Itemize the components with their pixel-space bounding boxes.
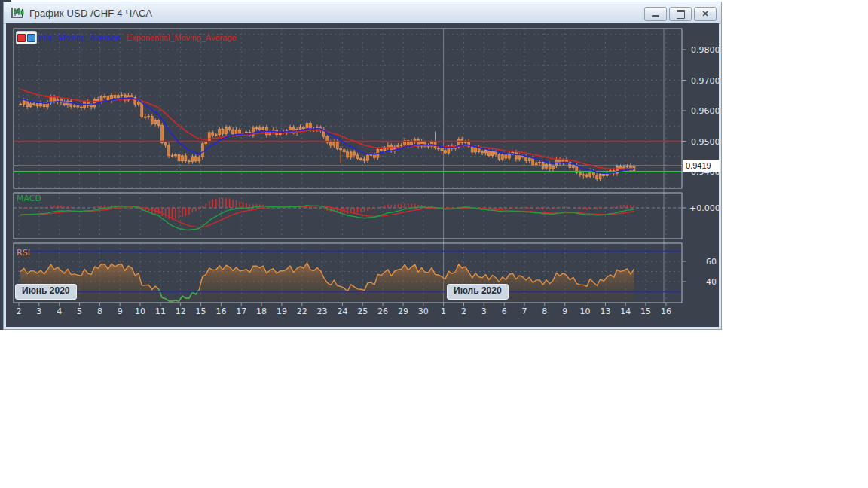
svg-text:23: 23 [317,307,328,316]
svg-text:15: 15 [196,307,206,316]
svg-text:10: 10 [135,307,145,316]
svg-text:30: 30 [418,307,429,316]
grid-horizontal [14,35,682,188]
svg-text:2: 2 [461,307,466,316]
window-title: График USD /CHF 4 ЧАСА [29,8,152,19]
svg-text:24: 24 [337,307,347,316]
month-marker-june: Июнь 2020 [15,284,77,300]
svg-text:0.9700: 0.9700 [691,76,719,86]
restore-icon [677,10,685,19]
ma-fast-label: ntial_Moving_Average [38,33,121,42]
chart-canvas[interactable]: 0.98000.97000.96000.95000.9400+0.0006040… [6,23,719,327]
window-titlebar[interactable]: График USD /CHF 4 ЧАСА ✕ [4,2,721,24]
close-icon: ✕ [701,10,708,18]
close-button[interactable]: ✕ [694,7,717,21]
candles [20,92,635,181]
svg-text:5: 5 [77,307,82,316]
svg-text:22: 22 [297,307,307,316]
svg-text:2: 2 [17,307,22,316]
minimize-button[interactable] [644,7,667,21]
svg-text:29: 29 [398,307,408,316]
rsi-label: RSI [17,248,30,258]
chart-window: График USD /CHF 4 ЧАСА ✕ 0.98000.97000.9… [3,2,722,330]
svg-text:3: 3 [36,307,41,316]
svg-text:1: 1 [441,307,446,316]
svg-text:13: 13 [600,307,610,316]
red-square-button[interactable] [17,34,26,42]
svg-text:9: 9 [118,307,123,316]
svg-text:25: 25 [357,307,368,316]
svg-text:18: 18 [256,307,267,316]
svg-text:11: 11 [155,307,166,316]
chart-client-area: 0.98000.97000.96000.95000.9400+0.0006040… [6,23,719,327]
svg-text:8: 8 [542,307,547,316]
svg-text:7: 7 [522,307,527,316]
indicator-legend: ntial_Moving_Average Exponential_Moving_… [17,32,237,44]
macd-zero-label: +0.000 [689,203,719,213]
minimize-icon [652,15,659,17]
svg-text:6: 6 [502,307,507,316]
svg-text:3: 3 [481,307,487,316]
svg-text:40: 40 [706,277,717,287]
svg-text:60: 60 [706,257,717,267]
time-axis: 2345891011121516171819222324252629301236… [17,303,671,316]
svg-text:9: 9 [562,307,567,316]
svg-text:0.9800: 0.9800 [691,45,719,55]
current-price-box: 0.9419 [683,160,720,172]
svg-text:15: 15 [640,307,651,316]
svg-text:0.9500: 0.9500 [691,137,719,147]
svg-text:14: 14 [620,307,631,316]
month-marker-july: Июль 2020 [447,284,509,300]
svg-text:19: 19 [277,307,287,316]
restore-button[interactable] [669,7,692,21]
ma-slow-label: Exponential_Moving_Average [127,33,237,42]
legend-buttons [17,32,36,44]
svg-text:26: 26 [377,307,388,316]
svg-text:17: 17 [236,307,246,316]
svg-text:12: 12 [176,307,186,316]
blue-square-button[interactable] [27,34,35,42]
svg-text:10: 10 [580,307,591,316]
macd-label: MACD [17,194,41,203]
candlestick-chart-icon [10,7,25,20]
window-controls: ✕ [644,7,717,21]
svg-text:16: 16 [215,307,226,316]
price-axis: 0.98000.97000.96000.95000.9400 [682,45,719,177]
svg-text:8: 8 [97,307,102,316]
svg-text:16: 16 [661,307,671,316]
svg-text:4: 4 [57,307,62,316]
svg-text:0.9600: 0.9600 [691,106,719,116]
